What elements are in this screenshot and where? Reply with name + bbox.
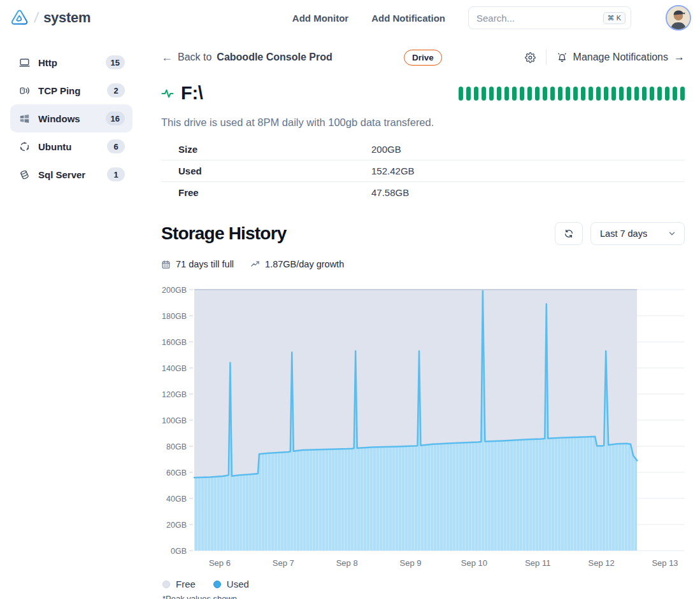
tcp-ping-icon bbox=[18, 84, 31, 97]
uptime-bar bbox=[589, 87, 593, 101]
uptime-bar bbox=[673, 87, 677, 101]
detail-value: 47.58GB bbox=[371, 187, 409, 198]
brand[interactable]: / system bbox=[9, 8, 90, 28]
detail-row-free: Free47.58GB bbox=[161, 181, 685, 203]
uptime-bar bbox=[566, 87, 570, 101]
manage-notifications-label: Manage Notifications bbox=[573, 52, 668, 63]
trending-up-icon bbox=[250, 260, 260, 269]
legend-item-free[interactable]: Free bbox=[162, 579, 196, 589]
svg-text:140GB: 140GB bbox=[162, 364, 187, 373]
chart-legend: FreeUsed bbox=[161, 579, 685, 589]
uptime-bar bbox=[642, 87, 646, 101]
uptime-bar bbox=[543, 87, 547, 101]
uptime-bar bbox=[474, 87, 478, 101]
storage-history-title: Storage History bbox=[161, 223, 287, 244]
uptime-bar bbox=[634, 87, 639, 101]
search-shortcut-badge: ⌘ K bbox=[603, 12, 625, 24]
days-till-full-label: 71 days till full bbox=[176, 259, 234, 269]
drive-description: This drive is used at 8PM daily with 100… bbox=[161, 116, 685, 129]
calendar-icon bbox=[161, 260, 171, 269]
uptime-bar bbox=[489, 87, 494, 101]
app-header: / system Add Monitor Add Notification ⌘ … bbox=[0, 0, 700, 36]
svg-text:Sep 12: Sep 12 bbox=[589, 558, 615, 568]
uptime-bar bbox=[680, 87, 685, 101]
sidebar-item-label: TCP Ping bbox=[38, 85, 99, 96]
uptime-bar bbox=[512, 87, 517, 101]
search-input[interactable] bbox=[476, 13, 598, 24]
back-link[interactable]: ← Back to Caboodle Console Prod bbox=[161, 52, 332, 63]
uptime-bar bbox=[466, 87, 471, 101]
detail-row-size: Size200GB bbox=[161, 139, 685, 160]
page-topbar: ← Back to Caboodle Console Prod Drive bbox=[161, 48, 685, 66]
sidebar-item-windows[interactable]: Windows16 bbox=[10, 104, 132, 132]
date-range-dropdown[interactable]: Last 7 days bbox=[590, 222, 685, 245]
drive-type-badge: Drive bbox=[404, 50, 442, 66]
avatar[interactable] bbox=[666, 5, 691, 31]
add-notification-link[interactable]: Add Notification bbox=[371, 13, 445, 24]
svg-text:160GB: 160GB bbox=[162, 338, 187, 347]
uptime-bar bbox=[657, 87, 662, 101]
windows-icon bbox=[18, 112, 31, 125]
uptime-bar bbox=[581, 87, 585, 101]
legend-dot bbox=[162, 581, 170, 588]
arrow-left-icon: ← bbox=[161, 52, 173, 63]
chevron-down-icon bbox=[668, 229, 676, 238]
svg-text:0GB: 0GB bbox=[171, 547, 187, 556]
monitor-count-badge: 15 bbox=[106, 55, 125, 69]
growth-rate-label: 1.87GB/day growth bbox=[265, 259, 344, 269]
svg-text:Sep 7: Sep 7 bbox=[273, 558, 294, 568]
monitor-count-badge: 1 bbox=[107, 167, 125, 181]
detail-label: Used bbox=[161, 166, 371, 176]
arrow-right-icon: → bbox=[674, 51, 685, 64]
settings-gear-icon[interactable] bbox=[525, 52, 536, 63]
refresh-button[interactable] bbox=[555, 222, 583, 245]
uptime-bars bbox=[459, 87, 685, 101]
legend-label: Free bbox=[176, 579, 196, 589]
workspace-name: system bbox=[43, 10, 90, 26]
main-content: ← Back to Caboodle Console Prod Drive bbox=[148, 36, 700, 599]
uptime-bar bbox=[573, 87, 578, 101]
uptime-bar bbox=[604, 87, 608, 101]
svg-text:80GB: 80GB bbox=[166, 442, 187, 451]
sidebar-item-label: Ubuntu bbox=[38, 141, 99, 152]
legend-item-used[interactable]: Used bbox=[213, 579, 249, 589]
brand-separator: / bbox=[33, 10, 39, 26]
growth-rate-stat: 1.87GB/day growth bbox=[250, 259, 344, 269]
uptime-bar bbox=[650, 87, 654, 101]
sidebar-item-label: Sql Server bbox=[38, 169, 99, 180]
uptime-bar bbox=[459, 87, 463, 101]
detail-label: Size bbox=[161, 144, 371, 155]
ubuntu-icon bbox=[18, 140, 31, 153]
uptime-bar bbox=[665, 87, 669, 101]
monitor-count-badge: 2 bbox=[107, 83, 125, 97]
detail-value: 152.42GB bbox=[371, 166, 415, 176]
legend-dot bbox=[213, 581, 221, 588]
svg-text:Sep 13: Sep 13 bbox=[652, 558, 678, 568]
app-logo-icon bbox=[9, 8, 29, 28]
sidebar-item-http[interactable]: Http15 bbox=[10, 48, 132, 76]
uptime-bar bbox=[627, 87, 631, 101]
bell-icon bbox=[557, 52, 568, 63]
add-monitor-link[interactable]: Add Monitor bbox=[292, 13, 348, 24]
chart-footnote: *Peak values shown. bbox=[161, 594, 685, 599]
svg-text:120GB: 120GB bbox=[162, 390, 187, 399]
sidebar-item-tcp-ping[interactable]: TCP Ping2 bbox=[10, 76, 132, 104]
uptime-bar bbox=[535, 87, 539, 101]
monitor-count-badge: 6 bbox=[107, 139, 125, 153]
storage-chart: 0GB20GB40GB60GB80GB100GB120GB140GB160GB1… bbox=[161, 283, 685, 571]
svg-text:Sep 8: Sep 8 bbox=[336, 558, 358, 568]
sidebar-item-ubuntu[interactable]: Ubuntu6 bbox=[10, 132, 132, 160]
legend-label: Used bbox=[227, 579, 249, 589]
back-label: Back to bbox=[178, 52, 211, 63]
back-target: Caboodle Console Prod bbox=[217, 52, 332, 63]
uptime-bar bbox=[527, 87, 532, 101]
sidebar-item-sql-server[interactable]: Sql Server1 bbox=[10, 160, 132, 188]
svg-text:200GB: 200GB bbox=[162, 286, 187, 295]
manage-notifications-link[interactable]: Manage Notifications → bbox=[557, 51, 685, 64]
uptime-bar bbox=[619, 87, 624, 101]
svg-text:Sep 9: Sep 9 bbox=[400, 558, 422, 568]
uptime-bar bbox=[520, 87, 524, 101]
detail-value: 200GB bbox=[371, 144, 401, 155]
days-till-full-stat: 71 days till full bbox=[161, 259, 234, 269]
search-box[interactable]: ⌘ K bbox=[468, 6, 631, 29]
